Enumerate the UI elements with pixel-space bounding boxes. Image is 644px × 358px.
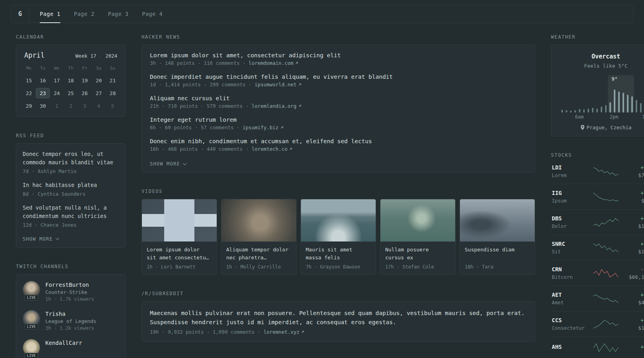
rss-feed-widget: RSS FEED Donec tempor eros leo, ut commo…	[16, 133, 126, 248]
separator: ·	[99, 53, 103, 59]
hn-domain-link[interactable]: loremtech.co	[252, 146, 293, 152]
hn-title-link[interactable]: Lorem ipsum dolor sit amet, consectetur …	[150, 52, 527, 58]
stock-name: Consectetur	[552, 325, 593, 331]
calendar-day: 24	[50, 88, 64, 98]
stock-id: IIG Ipsum	[552, 190, 593, 204]
calendar-week-indicator: Week 17 · 2024	[76, 53, 117, 59]
twitch-channel[interactable]: LIVE ForrestBurton Counter-Strike 1h · 1…	[23, 281, 119, 302]
weather-now-temp: 9°	[611, 76, 617, 82]
rss-show-more-button[interactable]: SHOW MORE	[23, 236, 59, 242]
stock-values: +0.51% $165.84	[619, 317, 644, 331]
hn-show-more-button[interactable]: SHOW MORE	[150, 161, 186, 167]
weather-bar	[640, 103, 642, 113]
calendar-day: 2	[64, 101, 78, 111]
calendar-day: 15	[22, 75, 36, 86]
stock-price: $42.04	[619, 198, 644, 204]
right-column: WEATHER Overcast Feels like 5°C 9° 6am2p…	[551, 34, 644, 358]
twitch-channel[interactable]: LIVE KendallCarr	[23, 339, 119, 356]
hn-meta-text: 6h · 60 points · 57 comments ·	[150, 125, 240, 130]
location-pin-icon	[580, 125, 585, 130]
calendar-day: 25	[64, 88, 78, 98]
hn-meta-text: 1d · 1,414 points · 299 comments ·	[150, 82, 252, 88]
stock-symbol: DBS	[552, 215, 593, 222]
hn-item: Integer eget rutrum lorem 6h · 60 points…	[150, 117, 527, 130]
hn-domain-link[interactable]: ipsumify.biz	[242, 125, 283, 130]
twitch-card: LIVE ForrestBurton Counter-Strike 1h · 1…	[16, 274, 126, 358]
weather-time-label: 10pm	[642, 114, 644, 120]
video-card[interactable]: Lorem ipsum dolor sit amet consectetu… 1…	[142, 199, 217, 275]
video-thumbnail	[221, 199, 296, 242]
chevron-down-icon	[182, 161, 186, 165]
video-card[interactable]: Suspendisse diam 18h · Tara	[460, 199, 535, 275]
external-link-icon	[295, 61, 299, 65]
stock-symbol: AET	[552, 292, 593, 298]
video-card[interactable]: Nullam posuere cursus ex 17h · Stefan Co…	[380, 199, 456, 275]
stock-row[interactable]: SNRC Sit +1.36% $148.64	[551, 235, 644, 260]
weather-times: 6am2pm10pm	[560, 114, 644, 121]
weather-bar	[636, 100, 637, 113]
video-thumbnail	[460, 199, 535, 242]
stock-sparkline	[593, 243, 619, 253]
rss-item[interactable]: Donec tempor eros leo, ut commodo mauris…	[23, 150, 119, 174]
calendar-day: 30	[36, 101, 50, 111]
calendar-day-header: Mo	[22, 66, 36, 73]
tab-page-1[interactable]: Page 1	[40, 5, 60, 23]
video-card[interactable]: Mauris sit amet massa felis 7h · Grayson…	[301, 199, 376, 275]
video-thumbnail	[380, 199, 455, 242]
hn-title-link[interactable]: Donec enim nibh, condimentum et accumsan…	[150, 138, 527, 144]
twitch-channel[interactable]: LIVE Trisha League of Legends 3h · 1.2k …	[23, 310, 119, 331]
stock-symbol: SNRC	[552, 241, 593, 247]
hn-title-link[interactable]: Aliquam nec cursus elit	[150, 95, 527, 101]
stock-row[interactable]: DBS Dolor +1.42% $156.28	[551, 209, 644, 235]
calendar-day-header: Th	[64, 66, 78, 73]
stock-row[interactable]: AHS +0.46%	[551, 337, 644, 358]
center-column: HACKER NEWS Lorem ipsum dolor sit amet, …	[142, 34, 535, 358]
hn-domain-link[interactable]: loremlandia.org	[252, 103, 302, 109]
stock-change: -1.00%	[619, 266, 644, 272]
stock-values: -1.00% $66,171.48	[619, 266, 644, 280]
tab-page-3[interactable]: Page 3	[108, 5, 129, 23]
stocks-widget: STOCKS LDI Lorem +4.35% $795.18 IIG	[551, 152, 644, 358]
stock-name: Sit	[552, 249, 593, 255]
stock-values: +2.84% $42.04	[619, 190, 644, 204]
calendar-day: 27	[92, 88, 106, 98]
stock-name: Lorem	[552, 172, 593, 178]
tab-page-2[interactable]: Page 2	[74, 5, 95, 23]
hn-title-link[interactable]: Integer eget rutrum lorem	[150, 117, 527, 123]
hacker-news-card: Lorem ipsum dolor sit amet, consectetur …	[142, 45, 535, 173]
rss-item-meta: 8d · Cynthia Saunders	[23, 191, 119, 197]
weather-condition: Overcast	[557, 53, 644, 60]
weather-bar	[583, 109, 585, 113]
stock-row[interactable]: AET Amet +0.92% $499.72	[551, 286, 644, 311]
hn-domain: ipsumify.biz	[242, 125, 278, 130]
hn-item: Aliquam nec cursus elit 21h · 710 points…	[150, 95, 527, 109]
rss-item[interactable]: In hac habitasse platea 8d · Cynthia Sau…	[23, 181, 119, 197]
stock-row[interactable]: LDI Lorem +4.35% $795.18	[551, 163, 644, 184]
reddit-domain-link[interactable]: loremnet.xyz	[264, 329, 305, 335]
hn-domain-link[interactable]: ipsumworld.net	[254, 82, 301, 88]
rss-item-title: Sed volutpat nulla nisl, a condimentum n…	[23, 204, 119, 220]
hn-title-link[interactable]: Donec imperdiet augue tincidunt felis al…	[150, 74, 527, 80]
page-tabs: Page 1 Page 2 Page 3 Page 4	[29, 5, 163, 23]
tab-page-4[interactable]: Page 4	[142, 5, 163, 23]
app-logo[interactable]: G	[11, 5, 29, 23]
channel-meta: 3h · 1.2k viewers	[45, 325, 96, 331]
rss-item[interactable]: Sed volutpat nulla nisl, a condimentum n…	[23, 204, 119, 228]
stock-id: SNRC Sit	[552, 241, 593, 255]
hn-domain: loremtech.co	[252, 146, 287, 152]
stock-sparkline	[593, 217, 619, 228]
video-card[interactable]: Aliquam tempor dolor nec pharetra… 1h · …	[221, 199, 297, 275]
stock-price: $795.18	[619, 172, 644, 178]
channel-info: KendallCarr	[45, 339, 82, 356]
stock-id: LDI Lorem	[552, 164, 593, 178]
stock-row[interactable]: CCS Consectetur +0.51% $165.84	[551, 311, 644, 337]
stock-row[interactable]: CRN Bitcorn -1.00% $66,171.48	[551, 260, 644, 286]
hn-domain-link[interactable]: loremdomain.com	[248, 60, 299, 66]
stock-row[interactable]: IIG Ipsum +2.84% $42.04	[551, 184, 644, 209]
weather-bar	[609, 102, 611, 113]
calendar-day: 19	[78, 75, 92, 86]
stock-id: CCS Consectetur	[552, 317, 593, 331]
stock-change: +4.35%	[619, 164, 644, 171]
widget-title: RSS FEED	[16, 133, 126, 138]
reddit-post-title[interactable]: Maecenas mollis pulvinar erat non posuer…	[150, 309, 527, 327]
